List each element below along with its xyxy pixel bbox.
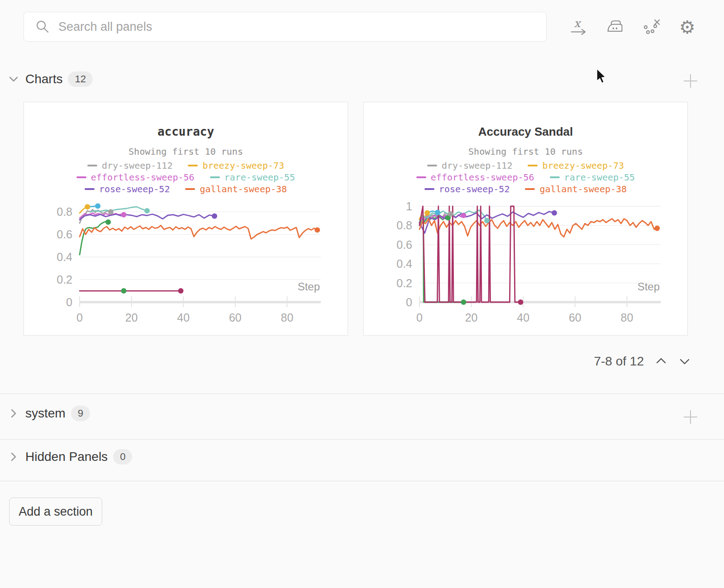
- legend-entry[interactable]: rare-sweep-55: [210, 172, 295, 183]
- svg-text:0: 0: [406, 296, 412, 308]
- svg-text:0.8: 0.8: [57, 205, 72, 218]
- legend-label: dry-sweep-112: [102, 160, 173, 171]
- panel-pagination: 7-8 of 12: [557, 354, 691, 369]
- divider: [0, 481, 724, 481]
- legend-entry[interactable]: dry-sweep-112: [87, 160, 173, 171]
- svg-text:0: 0: [66, 296, 72, 308]
- legend-entry[interactable]: dry-sweep-112: [427, 160, 513, 171]
- svg-text:0.6: 0.6: [396, 238, 412, 251]
- chart-title: accuracy: [24, 125, 348, 138]
- accuracy-plot[interactable]: 00.20.40.60.8020406080Step: [24, 191, 348, 331]
- legend-swatch: [525, 188, 535, 190]
- divider: [0, 439, 724, 440]
- svg-text:20: 20: [125, 311, 138, 324]
- smoothing-iron-icon[interactable]: [606, 17, 624, 37]
- svg-text:0.2: 0.2: [396, 277, 412, 289]
- legend-label: rare-sweep-55: [564, 172, 635, 183]
- legend-label: rare-sweep-55: [224, 172, 295, 183]
- legend-swatch: [528, 165, 538, 166]
- chart-subtitle: Showing first 10 runs: [364, 146, 687, 157]
- gear-glyph: ⚙: [679, 18, 695, 36]
- legend-swatch: [550, 176, 560, 178]
- hidden-panels-section-header[interactable]: Hidden Panels 0: [7, 449, 132, 465]
- legend-swatch: [210, 176, 220, 178]
- hidden-panels-section-title: Hidden Panels: [25, 450, 108, 464]
- svg-text:Step: Step: [638, 280, 660, 293]
- chart-legend: dry-sweep-112breezy-sweep-73effortless-s…: [364, 160, 687, 195]
- svg-text:0: 0: [416, 311, 423, 324]
- legend-swatch: [87, 165, 97, 166]
- svg-text:0.6: 0.6: [57, 228, 72, 241]
- legend-entry[interactable]: breezy-sweep-73: [188, 160, 284, 171]
- add-section-button[interactable]: Add a section: [9, 498, 102, 526]
- chevron-down-icon[interactable]: [7, 73, 20, 85]
- legend-entry[interactable]: breezy-sweep-73: [528, 160, 624, 171]
- legend-label: breezy-sweep-73: [542, 160, 624, 171]
- chart-title: Accuracy Sandal: [364, 125, 687, 139]
- legend-swatch: [85, 188, 95, 190]
- svg-text:0.2: 0.2: [57, 273, 72, 286]
- legend-swatch: [416, 176, 426, 178]
- svg-text:40: 40: [177, 311, 190, 324]
- panel-accuracy-sandal[interactable]: Accuracy Sandal Showing first 10 runs dr…: [363, 102, 688, 336]
- svg-text:Step: Step: [298, 280, 320, 293]
- legend-swatch: [188, 165, 198, 166]
- charts-count-badge: 12: [68, 71, 92, 87]
- legend-label: effortless-sweep-56: [91, 172, 195, 183]
- settings-gear-icon[interactable]: ⚙: [678, 17, 696, 37]
- legend-entry[interactable]: effortless-sweep-56: [416, 172, 534, 183]
- svg-text:x: x: [574, 17, 582, 30]
- legend-label: breezy-sweep-73: [202, 160, 284, 171]
- svg-text:20: 20: [465, 311, 478, 324]
- svg-text:60: 60: [569, 311, 581, 324]
- pagination-label: 7-8 of 12: [594, 354, 644, 369]
- x-axis-icon[interactable]: x: [570, 17, 588, 37]
- legend-swatch: [185, 188, 195, 190]
- svg-text:80: 80: [281, 311, 294, 324]
- add-panel-button[interactable]: [681, 72, 700, 90]
- svg-text:60: 60: [229, 311, 242, 324]
- legend-entry[interactable]: rare-sweep-55: [550, 172, 635, 183]
- search-input[interactable]: [57, 19, 534, 34]
- page-up-button[interactable]: [655, 355, 667, 368]
- legend-entry[interactable]: effortless-sweep-56: [76, 172, 195, 183]
- legend-label: dry-sweep-112: [442, 160, 513, 171]
- svg-text:0.8: 0.8: [396, 219, 412, 232]
- legend-label: effortless-sweep-56: [431, 172, 534, 183]
- page-down-button[interactable]: [678, 355, 691, 368]
- divider: [0, 394, 724, 394]
- svg-text:80: 80: [621, 311, 634, 324]
- chart-subtitle: Showing first 10 runs: [24, 146, 348, 157]
- charts-section-header[interactable]: Charts 12: [7, 71, 93, 87]
- panel-accuracy[interactable]: accuracy Showing first 10 runs dry-sweep…: [24, 102, 348, 336]
- svg-text:0: 0: [76, 311, 83, 324]
- legend-swatch: [427, 165, 437, 166]
- system-section-title: system: [25, 406, 66, 421]
- search-icon: [36, 20, 49, 33]
- hidden-panels-count-badge: 0: [113, 449, 132, 465]
- panels-toolbar: x ⚙: [570, 17, 696, 37]
- system-count-badge: 9: [71, 406, 90, 421]
- svg-text:0.4: 0.4: [396, 257, 412, 270]
- legend-swatch: [424, 188, 434, 190]
- svg-text:1: 1: [406, 200, 412, 213]
- legend-swatch: [76, 176, 86, 178]
- chevron-right-icon[interactable]: [7, 450, 20, 463]
- system-section-header[interactable]: system 9: [7, 406, 90, 421]
- mouse-cursor: [596, 68, 608, 85]
- outliers-icon[interactable]: [642, 17, 660, 37]
- add-system-panel-button[interactable]: [681, 408, 700, 426]
- chevron-right-icon[interactable]: [7, 407, 20, 420]
- charts-section-title: Charts: [25, 72, 62, 86]
- search-bar: [24, 12, 547, 42]
- accuracy-sandal-plot[interactable]: 00.20.40.60.81020406080Step: [364, 191, 688, 331]
- svg-text:40: 40: [517, 311, 529, 324]
- svg-text:0.4: 0.4: [57, 251, 72, 263]
- chart-legend: dry-sweep-112breezy-sweep-73effortless-s…: [24, 160, 348, 195]
